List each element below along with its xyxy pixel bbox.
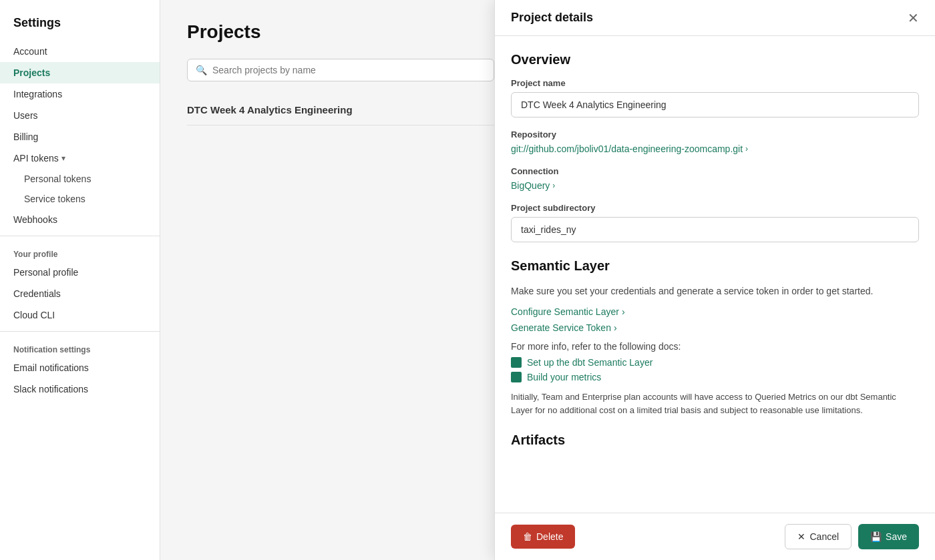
subdirectory-label: Project subdirectory [511,203,919,213]
subdirectory-field: Project subdirectory [511,203,919,242]
search-bar[interactable]: 🔍 [187,59,494,81]
cancel-x-icon: ✕ [797,531,805,542]
doc1-label: Set up the dbt Semantic Layer [527,357,652,368]
save-button[interactable]: 💾 Save [858,524,919,549]
semantic-layer-desc: Make sure you set your credentials and g… [511,284,919,298]
sidebar-divider [0,236,160,236]
generate-chevron-icon: › [614,322,617,333]
sidebar: Settings Account Projects Integrations U… [0,0,160,560]
repository-label: Repository [511,129,919,139]
sidebar-item-api-tokens[interactable]: API tokens ▾ [0,148,160,169]
sidebar-item-projects[interactable]: Projects [0,62,160,83]
repository-value: git://github.com/jboliv01/data-engineeri… [511,144,743,154]
generate-service-label: Generate Service Token [511,322,611,333]
doc1-link[interactable]: Set up the dbt Semantic Layer [511,357,919,368]
subdirectory-input[interactable] [511,217,919,242]
sidebar-divider-2 [0,331,160,332]
overview-heading: Overview [511,52,919,67]
delete-label: Delete [536,531,563,542]
sidebar-item-cloud-cli[interactable]: Cloud CLI [0,304,160,326]
panel-title: Project details [511,11,593,25]
your-profile-label: Your profile [0,242,160,262]
artifacts-section: Artifacts [511,433,919,448]
configure-semantic-layer-link[interactable]: Configure Semantic Layer › [511,306,919,317]
search-input[interactable] [212,65,486,75]
docs-intro: For more info, refer to the following do… [511,341,919,352]
close-panel-button[interactable]: ✕ [908,11,919,25]
doc1-icon [511,357,522,368]
settings-title: Settings [0,11,160,41]
project-name-field: Project name [511,78,919,117]
cancel-button[interactable]: ✕ Cancel [785,524,852,549]
notification-settings-label: Notification settings [0,337,160,357]
repository-link[interactable]: git://github.com/jboliv01/data-engineeri… [511,144,919,154]
doc2-icon [511,372,522,382]
sidebar-item-users[interactable]: Users [0,105,160,126]
repository-field: Repository git://github.com/jboliv01/dat… [511,129,919,154]
doc2-label: Build your metrics [527,372,601,382]
sidebar-item-account[interactable]: Account [0,41,160,62]
api-tokens-chevron-icon: ▾ [61,154,65,163]
panel-body: Overview Project name Repository git://g… [495,36,935,513]
configure-chevron-icon: › [622,306,625,317]
project-details-panel: Project details ✕ Overview Project name … [494,0,935,560]
sidebar-item-credentials[interactable]: Credentials [0,283,160,304]
connection-field: Connection BigQuery › [511,166,919,191]
panel-header: Project details ✕ [495,0,935,36]
sidebar-item-email-notifications[interactable]: Email notifications [0,357,160,378]
connection-link[interactable]: BigQuery › [511,180,919,191]
sidebar-item-personal-tokens[interactable]: Personal tokens [0,169,160,189]
footer-right-buttons: ✕ Cancel 💾 Save [785,524,919,549]
panel-footer: 🗑 Delete ✕ Cancel 💾 Save [495,513,935,560]
semantic-layer-section: Semantic Layer Make sure you set your cr… [511,258,919,416]
docs-section: For more info, refer to the following do… [511,341,919,416]
save-icon: 💾 [870,531,882,542]
save-label: Save [886,531,907,542]
artifacts-heading: Artifacts [511,433,919,448]
trial-note: Initially, Team and Enterprise plan acco… [511,390,919,416]
sidebar-item-billing[interactable]: Billing [0,126,160,148]
project-name-input[interactable] [511,92,919,117]
sidebar-item-service-tokens[interactable]: Service tokens [0,189,160,209]
semantic-layer-heading: Semantic Layer [511,258,919,274]
search-icon: 🔍 [196,65,207,75]
sidebar-item-webhooks[interactable]: Webhooks [0,209,160,230]
project-name-label: Project name [511,78,919,88]
repository-chevron-icon: › [745,144,748,154]
doc2-link[interactable]: Build your metrics [511,372,919,382]
cancel-label: Cancel [809,531,839,542]
connection-label: Connection [511,166,919,176]
connection-chevron-icon: › [552,181,555,190]
connection-value: BigQuery [511,180,550,191]
sidebar-item-slack-notifications[interactable]: Slack notifications [0,378,160,400]
sidebar-item-integrations[interactable]: Integrations [0,83,160,105]
generate-service-token-link[interactable]: Generate Service Token › [511,322,919,333]
sidebar-item-personal-profile[interactable]: Personal profile [0,262,160,283]
delete-button[interactable]: 🗑 Delete [511,525,575,549]
configure-semantic-label: Configure Semantic Layer [511,306,619,317]
trash-icon: 🗑 [523,531,532,542]
